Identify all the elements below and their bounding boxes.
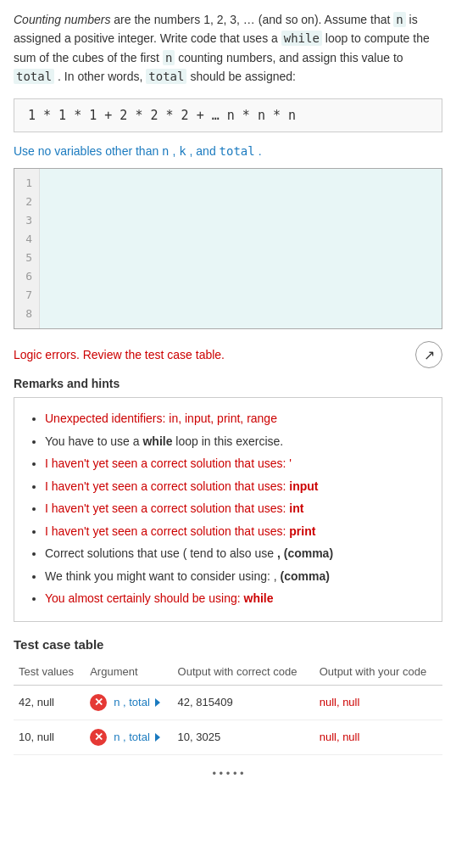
test-table-title: Test case table — [14, 637, 442, 652]
constraint-k: k — [179, 144, 186, 158]
argument-2: ✕ n , total — [85, 720, 172, 754]
expand-icon: ↗ — [424, 347, 435, 363]
desc-text-4: counting numbers, and assign this value … — [178, 51, 403, 64]
hint-5-bold: int — [289, 501, 303, 515]
hints-list: Unexpected identifiers: in, input, print… — [28, 408, 428, 609]
logic-error-text: Logic errors. Review the test case table… — [14, 348, 225, 361]
code-textarea[interactable] — [40, 169, 442, 329]
arg-link-2[interactable]: n , total — [114, 731, 150, 743]
table-body: 42, null ✕ n , total 42, 815409 null, nu… — [14, 685, 442, 754]
line-4: 4 — [21, 230, 32, 249]
counting-numbers-italic: Counting numbers — [14, 13, 110, 26]
arg-arrow-1 — [155, 698, 160, 707]
line-2: 2 — [21, 193, 32, 211]
arg-link-1[interactable]: n , total — [114, 696, 150, 708]
table-row: 10, null ✕ n , total 10, 3025 null, null — [14, 720, 442, 754]
constraint-prefix: Use no variables other than — [14, 144, 162, 158]
hint-9: You almost certainly should be using: wh… — [45, 588, 428, 609]
your-output-2: null, null — [314, 720, 442, 754]
code-editor: 1 2 3 4 5 6 7 8 — [14, 168, 442, 330]
hint-6: I haven't yet seen a correct solution th… — [45, 521, 428, 542]
line-numbers: 1 2 3 4 5 6 7 8 — [14, 169, 40, 329]
hint-6-text: I haven't yet seen a correct solution th… — [45, 524, 315, 538]
col-your-output: Output with your code — [314, 658, 442, 686]
hint-1: Unexpected identifiers: in, input, print… — [45, 408, 428, 429]
hint-5-text: I haven't yet seen a correct solution th… — [45, 501, 303, 515]
desc-text-1: are the numbers 1, 2, 3, … (and so on). … — [114, 13, 393, 26]
constraint-comma2: , and — [190, 144, 220, 158]
test-case-table: Test values Argument Output with correct… — [14, 658, 442, 755]
hint-2-text: You have to use a while loop in this exe… — [45, 434, 283, 448]
table-header: Test values Argument Output with correct… — [14, 658, 442, 686]
error-circle-2: ✕ — [90, 729, 107, 746]
hint-4-text: I haven't yet seen a correct solution th… — [45, 479, 319, 493]
hint-9-text: You almost certainly should be using: wh… — [45, 591, 274, 605]
hint-8-bold: (comma) — [281, 569, 330, 583]
hint-2-bold: while — [142, 434, 172, 448]
your-output-1: null, null — [314, 685, 442, 720]
hint-4-bold: input — [289, 479, 318, 493]
problem-description: Counting numbers are the numbers 1, 2, 3… — [14, 10, 442, 87]
hint-7: Correct solutions that use ( tend to als… — [45, 543, 428, 564]
total-keyword-1: total — [14, 69, 54, 84]
arg-cell-2: ✕ n , total — [90, 729, 167, 746]
hint-5: I haven't yet seen a correct solution th… — [45, 498, 428, 519]
var-n-1: n — [393, 12, 405, 27]
line-1: 1 — [21, 174, 32, 193]
hint-7-bold: , (comma) — [277, 546, 333, 560]
line-7: 7 — [21, 286, 32, 305]
constraint-text: Use no variables other than n , k , and … — [14, 144, 442, 158]
arg-arrow-2 — [155, 733, 160, 742]
argument-1: ✕ n , total — [85, 685, 172, 720]
test-values-2: 10, null — [14, 720, 85, 754]
hints-box: Unexpected identifiers: in, input, print… — [14, 397, 442, 622]
constraint-n: n — [162, 144, 169, 158]
pagination-dots: • • • • • — [212, 767, 243, 780]
col-argument: Argument — [85, 658, 172, 686]
col-test-values: Test values — [14, 658, 85, 686]
hint-6-bold: print — [289, 524, 315, 538]
hint-9-bold: while — [244, 591, 274, 605]
desc-text-6: should be assigned: — [190, 70, 296, 83]
header-row: Test values Argument Output with correct… — [14, 658, 442, 686]
line-3: 3 — [21, 211, 32, 230]
var-n-2: n — [163, 50, 175, 65]
hint-4: I haven't yet seen a correct solution th… — [45, 476, 428, 497]
table-row: 42, null ✕ n , total 42, 815409 null, nu… — [14, 685, 442, 720]
correct-output-1: 42, 815409 — [173, 685, 314, 720]
line-5: 5 — [21, 249, 32, 267]
constraint-period: . — [259, 144, 262, 158]
constraint-total: total — [220, 144, 255, 158]
error-circle-1: ✕ — [90, 694, 107, 711]
correct-output-2: 10, 3025 — [173, 720, 314, 754]
formula-text: 1 * 1 * 1 + 2 * 2 * 2 + … n * n * n — [28, 108, 296, 123]
hint-3-text: I haven't yet seen a correct solution th… — [45, 456, 292, 470]
hint-2: You have to use a while loop in this exe… — [45, 431, 428, 452]
test-values-1: 42, null — [14, 685, 85, 720]
hint-8: We think you might want to consider usin… — [45, 566, 428, 587]
total-keyword-2: total — [146, 69, 186, 84]
while-keyword: while — [281, 31, 322, 46]
line-8: 8 — [21, 305, 32, 323]
formula-box: 1 * 1 * 1 + 2 * 2 * 2 + … n * n * n — [14, 98, 442, 132]
pagination: • • • • • — [14, 767, 442, 780]
hint-1-prefix: Unexpected identifiers: in, input, print… — [45, 412, 277, 425]
hint-7-text: Correct solutions that use ( tend to als… — [45, 546, 333, 560]
expand-button[interactable]: ↗ — [415, 341, 442, 368]
arg-cell-1: ✕ n , total — [90, 694, 167, 711]
error-row: Logic errors. Review the test case table… — [14, 341, 442, 368]
hint-3: I haven't yet seen a correct solution th… — [45, 453, 428, 474]
line-6: 6 — [21, 267, 32, 286]
hint-8-text: We think you might want to consider usin… — [45, 569, 330, 583]
desc-text-5: . In other words, — [58, 70, 146, 83]
col-correct-output: Output with correct code — [173, 658, 314, 686]
remarks-title: Remarks and hints — [14, 377, 442, 390]
